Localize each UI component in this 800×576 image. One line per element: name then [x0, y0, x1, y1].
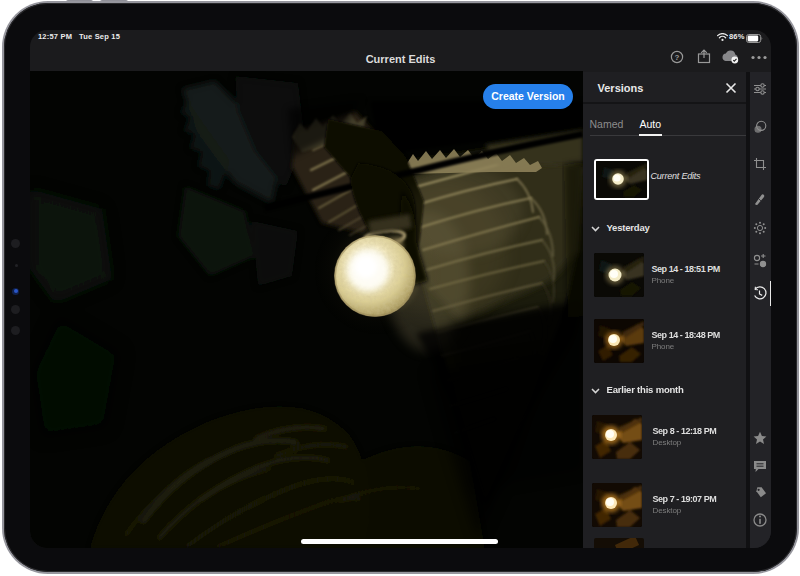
svg-text:?: ? [675, 52, 680, 61]
